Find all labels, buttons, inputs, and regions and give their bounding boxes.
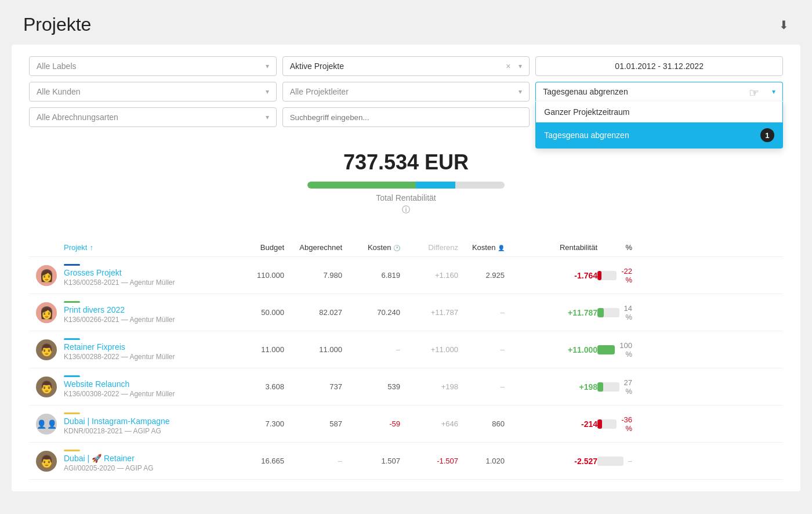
budget-cell: 7.300 [226, 419, 284, 428]
table-row: 👨 Website Relaunch K136/00308-2022 — Age… [29, 368, 783, 406]
project-name[interactable]: Website Relaunch [64, 379, 226, 389]
badge-1: 1 [760, 128, 774, 142]
project-col: Print divers 2022 K136/00266-2021 — Agen… [64, 301, 226, 324]
filter-row-1: Alle Labels ▾ Aktive Projekte × ▾ 01.01.… [29, 56, 783, 76]
project-col: Retainer Fixpreis K136/00288-2022 — Agen… [64, 338, 226, 361]
project-sub: K136/00266-2021 — Agentur Müller [64, 316, 226, 324]
person-icon: 👤 [498, 245, 505, 251]
pct-cell: -22 % [621, 267, 632, 284]
project-name[interactable]: Dubai | 🚀 Retainer [64, 454, 226, 463]
time-value: Tagesgenau abgrenzen [543, 87, 628, 96]
abgerechnet-cell: – [284, 457, 342, 465]
kosten-t-cell: -59 [342, 419, 400, 428]
rentability-cell: +198 [505, 382, 597, 392]
project-name[interactable]: Print divers 2022 [64, 305, 226, 314]
rentability-cell: +11.787 [505, 308, 597, 317]
avatar: 👨 [36, 339, 57, 360]
rent-bar-fill [597, 419, 602, 429]
project-leads-chevron: ▾ [519, 88, 522, 96]
rent-val: +11.000 [568, 345, 597, 354]
pct-cell: – [628, 457, 632, 465]
kosten-t-cell: 539 [342, 382, 400, 391]
kosten-p-cell: – [458, 382, 505, 391]
active-projects-chevron: ▾ [519, 62, 522, 70]
rent-bar-fill [597, 271, 601, 280]
differenz-cell: +1.160 [400, 271, 458, 280]
avatar-col: 👤👤 [29, 414, 64, 435]
project-name[interactable]: Grosses Projekt [64, 268, 226, 277]
col-abgerechnet: Abgerechnet [284, 243, 342, 252]
avatar: 👩 [36, 265, 57, 286]
project-sub: K136/00308-2022 — Agentur Müller [64, 390, 226, 398]
project-name[interactable]: Dubai | Instagram-Kampagne [64, 417, 226, 426]
progress-green [307, 182, 416, 189]
total-amount: 737.534 EUR [29, 150, 783, 175]
abgerechnet-cell: 82.027 [284, 308, 342, 317]
col-projekt[interactable]: Projekt ↑ [64, 243, 226, 252]
kosten-p-cell: – [458, 308, 505, 317]
abgerechnet-cell: 7.980 [284, 271, 342, 280]
info-icon: ⓘ [29, 205, 783, 215]
col-kosten-t: Kosten 🕐 [342, 243, 400, 252]
bar-pct-col: – [597, 457, 632, 466]
project-sub: KDNR/00218-2021 — AGIP AG [64, 427, 226, 435]
rentability-cell: +11.000 [505, 345, 597, 354]
dropdown-item-tagesgenau[interactable]: Tagesgenau abgrenzen 1 [536, 122, 782, 148]
customers-filter[interactable]: Alle Kunden ▾ [29, 82, 277, 102]
avatar: 👩 [36, 302, 57, 323]
budget-cell: 16.665 [226, 457, 284, 465]
rent-bar-fill [597, 308, 604, 317]
project-col: Dubai | Instagram-Kampagne KDNR/00218-20… [64, 412, 226, 435]
header: Projekte ⬇ [0, 0, 812, 45]
time-dropdown-wrapper: Tagesgenau abgrenzen ▾ ☞ Ganzer Projektz… [535, 82, 783, 102]
rentability-cell: -1.764 [505, 271, 597, 280]
billing-chevron: ▾ [266, 113, 269, 121]
search-input[interactable] [282, 107, 530, 127]
download-icon[interactable]: ⬇ [779, 18, 789, 32]
avatar: 👤👤 [36, 414, 57, 435]
clock-icon: 🕐 [393, 245, 400, 251]
rentability-cell: -2.527 [505, 457, 597, 466]
budget-cell: 110.000 [226, 271, 284, 280]
labels-value: Alle Labels [37, 61, 77, 71]
project-col: Dubai | 🚀 Retainer AGI/00205-2020 — AGIP… [64, 450, 226, 472]
project-leads-filter[interactable]: Alle Projektleiter ▾ [282, 82, 530, 102]
active-projects-filter[interactable]: Aktive Projekte × ▾ [282, 56, 530, 76]
table-section: Projekt ↑ Budget Abgerechnet Kosten 🕐 Di… [29, 238, 783, 480]
avatar-col: 👨 [29, 377, 64, 397]
avatar: 👨 [36, 451, 57, 472]
avatar-col: 👩 [29, 265, 64, 286]
bar-pct-col: 27 % [597, 378, 632, 396]
date-range-filter[interactable]: 01.01.2012 - 31.12.2022 [535, 56, 783, 76]
project-name[interactable]: Retainer Fixpreis [64, 342, 226, 352]
kosten-p-cell: 2.925 [458, 271, 505, 280]
labels-chevron: ▾ [266, 62, 269, 70]
rent-val: +11.787 [568, 308, 597, 317]
project-bar [64, 301, 80, 303]
differenz-cell: -1.507 [400, 457, 458, 465]
avatar-col: 👨 [29, 451, 64, 472]
table-row: 👨 Retainer Fixpreis K136/00288-2022 — Ag… [29, 331, 783, 368]
labels-filter[interactable]: Alle Labels ▾ [29, 56, 277, 76]
dropdown-item-ganzer[interactable]: Ganzer Projektzeitraum [536, 102, 782, 122]
pct-cell: 14 % [624, 304, 632, 321]
customers-value: Alle Kunden [37, 87, 81, 96]
project-bar [64, 375, 80, 377]
active-projects-clear[interactable]: × [506, 61, 510, 71]
time-dropdown-menu: Ganzer Projektzeitraum Tagesgenau abgren… [535, 102, 783, 149]
col-kosten-p: Kosten 👤 [458, 243, 505, 252]
rent-bar [597, 308, 619, 317]
rent-bar [597, 271, 617, 280]
rent-bar-fill [597, 345, 615, 354]
abgerechnet-cell: 587 [284, 419, 342, 428]
billing-filter[interactable]: Alle Abrechnungsarten ▾ [29, 107, 277, 127]
col-rentabilitaet: Rentabilität [505, 243, 597, 252]
project-sub: K136/00258-2021 — Agentur Müller [64, 278, 226, 287]
budget-cell: 11.000 [226, 345, 284, 354]
kosten-t-cell: – [342, 345, 400, 354]
time-filter[interactable]: Tagesgenau abgrenzen ▾ ☞ [535, 82, 783, 101]
project-bar [64, 338, 80, 340]
avatar: 👨 [36, 377, 57, 397]
pct-cell: -36 % [621, 415, 632, 433]
bar-pct-col: -36 % [597, 415, 632, 433]
